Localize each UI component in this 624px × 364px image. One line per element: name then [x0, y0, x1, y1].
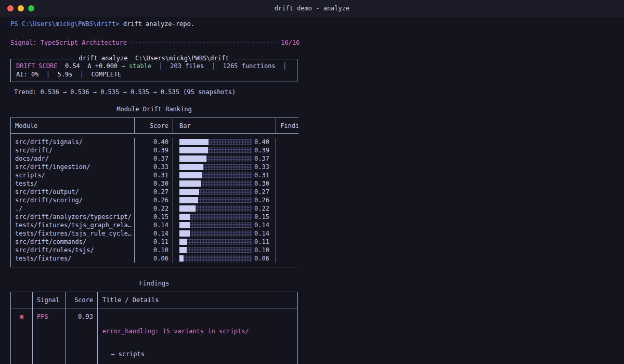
bar-cell: 0.10	[173, 246, 276, 254]
module-cell: tests/	[11, 179, 135, 188]
bar-fill	[179, 139, 209, 145]
table-row: ./0.220.22	[11, 204, 298, 213]
bar-fill	[179, 222, 190, 228]
module-cell: tests/fixtures/tsjs_rule_cycle…	[11, 229, 135, 238]
bar-track	[179, 155, 252, 162]
files-count: 203 files	[170, 62, 204, 70]
bar-track	[179, 172, 252, 178]
bar-cell: 0.06	[173, 254, 276, 263]
bar-value: 0.31	[254, 171, 269, 179]
module-cell: scripts/	[11, 171, 135, 179]
module-cell: src/drift/signals/	[11, 138, 135, 146]
module-cell: tests/fixtures/tsjs_graph_rela…	[11, 221, 135, 229]
functions-count: 1265 functions	[223, 62, 275, 70]
bar-fill	[179, 214, 190, 220]
window-title: drift demo - analyze	[275, 5, 350, 12]
score-cell: 0.39	[135, 146, 173, 154]
bar-cell: 0.30	[173, 179, 276, 188]
bar-cell: 0.15	[173, 213, 276, 221]
minimize-button[interactable]	[18, 5, 24, 11]
bar-cell: 0.14	[173, 229, 276, 238]
bar-fill	[179, 197, 198, 203]
zoom-button[interactable]	[28, 5, 34, 11]
findings-cell	[276, 163, 298, 171]
score-column-header: Score	[135, 118, 173, 134]
findings-table-header: Signal Score Title / Details	[11, 292, 297, 308]
findings-cell	[276, 154, 298, 163]
bar-fill	[179, 230, 190, 237]
bar-track	[179, 189, 252, 195]
bar-track	[179, 214, 252, 220]
bar-track	[179, 222, 252, 228]
bar-cell: 0.22	[173, 204, 276, 213]
duration-value: 5.9s	[58, 71, 73, 78]
bar-track	[179, 180, 252, 187]
bar-value: 0.06	[254, 254, 269, 263]
trend-line: Trend: 0.536 → 0.536 → 0.535 → 0.535 → 0…	[14, 88, 236, 96]
score-cell: 0.33	[135, 163, 173, 171]
table-row: src/drift/ingestion/0.330.33	[11, 163, 298, 171]
bar-fill	[179, 155, 206, 162]
separator-bar: │	[283, 62, 287, 70]
bar-value: 0.39	[254, 146, 269, 154]
bar-cell: 0.27	[173, 188, 276, 196]
score-cell: 0.31	[135, 171, 173, 179]
bar-track	[179, 247, 252, 253]
details-column-header: Title / Details	[98, 292, 297, 308]
score-cell: 0.26	[135, 196, 173, 204]
bar-cell: 0.26	[173, 196, 276, 204]
findings-cell	[276, 196, 298, 204]
findings-cell	[276, 146, 298, 154]
table-row: src/drift/signals/0.400.40	[11, 138, 298, 146]
bar-track	[179, 205, 252, 212]
findings-cell	[276, 179, 298, 188]
ranking-table-header: Module Score Bar Findings	[11, 118, 298, 134]
findings-table: Signal Score Title / Details ▣ PFS 0.93 …	[10, 292, 298, 364]
table-row: src/drift/analyzers/typescript/0.150.15	[11, 213, 298, 221]
bar-fill	[179, 255, 184, 262]
ai-percent: AI: 0%	[16, 71, 38, 78]
bar-track	[179, 139, 252, 145]
findings-cell	[276, 171, 298, 179]
bar-fill	[179, 189, 199, 195]
table-row: tests/fixtures/tsjs_rule_cycle…0.140.14	[11, 229, 298, 238]
bar-track	[179, 255, 252, 262]
table-row: src/drift/scoring/0.260.26	[11, 196, 298, 204]
score-cell: 0.10	[135, 246, 173, 254]
score-cell: 0.27	[135, 188, 173, 196]
bar-cell: 0.14	[173, 221, 276, 229]
bar-fill	[179, 247, 187, 253]
bar-fill	[179, 180, 201, 187]
findings-cell	[276, 246, 298, 254]
module-cell: tests/fixtures/	[11, 254, 135, 263]
table-row: tests/fixtures/0.060.06	[11, 254, 298, 263]
bar-track	[179, 230, 252, 237]
score-box-line-2: AI: 0% │ 5.9s │ COMPLETE	[16, 70, 297, 79]
bar-fill	[179, 172, 202, 178]
bar-track	[179, 197, 252, 203]
score-cell: 0.15	[135, 213, 173, 221]
bar-value: 0.10	[254, 246, 269, 254]
finding-title: error_handling: 15 variants in scripts/	[98, 327, 297, 335]
terminal-content: PS C:\Users\mickg\PWBS\drift> drift anal…	[0, 17, 624, 364]
table-row: src/drift/output/0.270.27	[11, 188, 298, 196]
module-cell: docs/adr/	[11, 154, 135, 163]
score-cell: 0.40	[135, 138, 173, 146]
status-label: COMPLETE	[92, 71, 122, 78]
bar-value: 0.37	[254, 154, 269, 163]
bar-fill	[179, 239, 187, 245]
bar-cell: 0.11	[173, 238, 276, 246]
score-cell: 0.06	[135, 254, 173, 263]
titlebar[interactable]: drift demo - analyze	[0, 0, 624, 17]
score-box-title: drift analyze C:\Users\mickg\PWBS\drift	[74, 55, 234, 62]
score-cell: 0.14	[135, 221, 173, 229]
table-row: scripts/0.310.31	[11, 171, 298, 179]
severity-icon: ▣	[11, 308, 33, 364]
findings-section-title: Findings	[10, 279, 298, 288]
close-button[interactable]	[7, 5, 14, 11]
separator-bar: │	[159, 62, 163, 70]
module-cell: ./	[11, 204, 135, 213]
finding-detail-item: → scripts	[98, 350, 297, 358]
finding-row: ▣ PFS 0.93 error_handling: 15 variants i…	[11, 308, 297, 364]
module-cell: src/drift/ingestion/	[11, 163, 135, 171]
